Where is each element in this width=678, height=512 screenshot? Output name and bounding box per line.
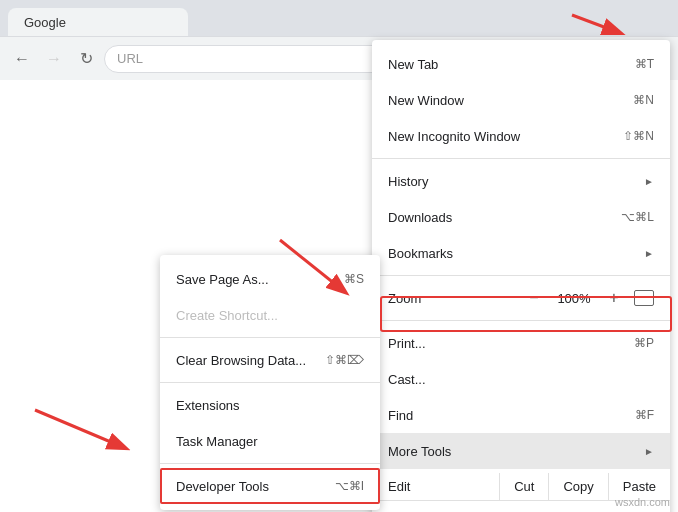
menu-item-new-tab[interactable]: New Tab ⌘T	[372, 46, 670, 82]
save-page-shortcut: ⌘S	[344, 272, 364, 286]
menu-item-more-tools[interactable]: More Tools ►	[372, 433, 670, 469]
tab-bar: Google	[0, 0, 678, 36]
sub-separator-3	[160, 463, 380, 464]
bookmarks-arrow-icon: ►	[644, 248, 654, 259]
sub-separator-2	[160, 382, 380, 383]
zoom-out-button[interactable]: −	[522, 286, 546, 310]
new-tab-label: New Tab	[388, 57, 611, 72]
save-page-label: Save Page As...	[176, 272, 269, 287]
sub-menu-item-clear-browsing[interactable]: Clear Browsing Data... ⇧⌘⌦	[160, 342, 380, 378]
incognito-label: New Incognito Window	[388, 129, 599, 144]
extensions-label: Extensions	[176, 398, 240, 413]
incognito-shortcut: ⇧⌘N	[623, 129, 654, 143]
clear-browsing-shortcut: ⇧⌘⌦	[325, 353, 364, 367]
tab-label: Google	[24, 15, 66, 30]
history-label: History	[388, 174, 636, 189]
zoom-label: Zoom	[388, 291, 514, 306]
menu-item-cast[interactable]: Cast...	[372, 361, 670, 397]
zoom-in-button[interactable]: +	[602, 286, 626, 310]
sub-menu-more-tools: Save Page As... ⌘S Create Shortcut... Cl…	[160, 255, 380, 510]
browser-tab[interactable]: Google	[8, 8, 188, 36]
downloads-label: Downloads	[388, 210, 597, 225]
find-label: Find	[388, 408, 611, 423]
address-text: URL	[117, 51, 143, 66]
menu-item-find[interactable]: Find ⌘F	[372, 397, 670, 433]
new-window-label: New Window	[388, 93, 609, 108]
menu-item-downloads[interactable]: Downloads ⌥⌘L	[372, 199, 670, 235]
new-tab-shortcut: ⌘T	[635, 57, 654, 71]
more-tools-label: More Tools	[388, 444, 636, 459]
menu-item-new-window[interactable]: New Window ⌘N	[372, 82, 670, 118]
zoom-controls: − 100% +	[522, 286, 654, 310]
sub-menu-item-developer-tools[interactable]: Developer Tools ⌥⌘I	[160, 468, 380, 504]
sub-menu-item-task-manager[interactable]: Task Manager	[160, 423, 380, 459]
menu-item-print[interactable]: Print... ⌘P	[372, 325, 670, 361]
cut-button[interactable]: Cut	[499, 473, 548, 500]
sub-menu-item-create-shortcut: Create Shortcut...	[160, 297, 380, 333]
main-menu: New Tab ⌘T New Window ⌘N New Incognito W…	[372, 40, 670, 512]
print-shortcut: ⌘P	[634, 336, 654, 350]
print-label: Print...	[388, 336, 610, 351]
edit-label: Edit	[372, 473, 499, 500]
sub-menu-item-extensions[interactable]: Extensions	[160, 387, 380, 423]
reload-button[interactable]: ↻	[72, 45, 100, 73]
separator-1	[372, 158, 670, 159]
history-arrow-icon: ►	[644, 176, 654, 187]
zoom-percent: 100%	[554, 291, 594, 306]
zoom-row: Zoom − 100% +	[372, 280, 670, 316]
menu-item-incognito[interactable]: New Incognito Window ⇧⌘N	[372, 118, 670, 154]
sub-separator-1	[160, 337, 380, 338]
developer-tools-shortcut: ⌥⌘I	[335, 479, 364, 493]
separator-2	[372, 275, 670, 276]
copy-button[interactable]: Copy	[548, 473, 607, 500]
developer-tools-label: Developer Tools	[176, 479, 269, 494]
find-shortcut: ⌘F	[635, 408, 654, 422]
sub-menu-item-save-page[interactable]: Save Page As... ⌘S	[160, 261, 380, 297]
cast-label: Cast...	[388, 372, 654, 387]
clear-browsing-label: Clear Browsing Data...	[176, 353, 306, 368]
more-tools-arrow-icon: ►	[644, 446, 654, 457]
bookmarks-label: Bookmarks	[388, 246, 636, 261]
separator-3	[372, 320, 670, 321]
create-shortcut-label: Create Shortcut...	[176, 308, 278, 323]
menu-item-history[interactable]: History ►	[372, 163, 670, 199]
new-window-shortcut: ⌘N	[633, 93, 654, 107]
task-manager-label: Task Manager	[176, 434, 258, 449]
back-button[interactable]: ←	[8, 45, 36, 73]
forward-button[interactable]: →	[40, 45, 68, 73]
watermark: wsxdn.com	[615, 496, 670, 508]
zoom-fullscreen-button[interactable]	[634, 290, 654, 306]
downloads-shortcut: ⌥⌘L	[621, 210, 654, 224]
menu-item-bookmarks[interactable]: Bookmarks ►	[372, 235, 670, 271]
